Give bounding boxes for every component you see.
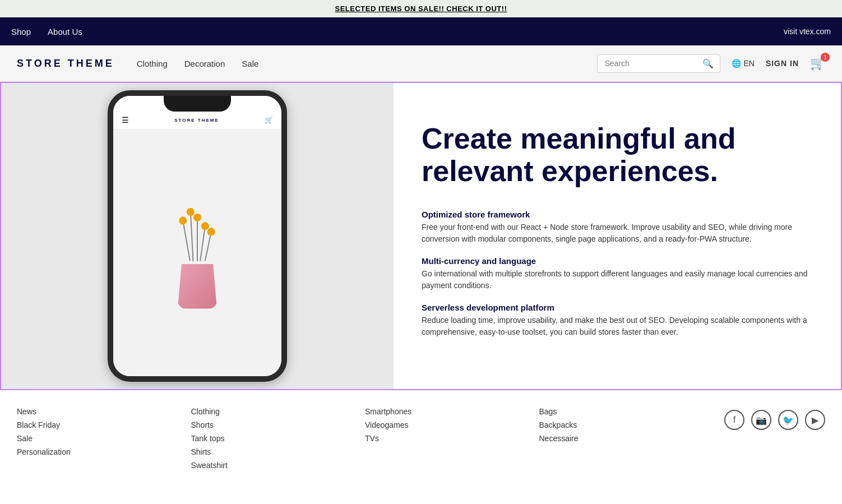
footer-shorts-link[interactable]: Shorts: [191, 420, 366, 429]
phone-content: [113, 129, 281, 376]
hero-feature-1-title: Optimized store framework: [422, 210, 813, 219]
ball-1: [178, 216, 187, 225]
store-logo: STORE THEME: [17, 58, 114, 70]
hero-title: Create meaningful and relevant experienc…: [422, 123, 813, 187]
phone-cart-icon: 🛒: [265, 116, 273, 124]
hero-feature-3-title: Serverless development platform: [422, 303, 813, 312]
youtube-icon[interactable]: ▶: [805, 410, 825, 430]
stem-5: [205, 228, 212, 261]
facebook-icon[interactable]: f: [724, 410, 744, 430]
hero-feature-2-title: Multi-currency and language: [422, 256, 813, 266]
footer-smartphones-link[interactable]: Smartphones: [365, 407, 539, 416]
decoration-nav-link[interactable]: Decoration: [184, 59, 225, 68]
footer-col-3: Smartphones Videogames TVs: [365, 407, 539, 470]
top-nav: Shop About Us visit vtex.com: [0, 17, 842, 45]
footer-videogames-link[interactable]: Videogames: [365, 420, 539, 429]
footer-sweatshirt-link[interactable]: Sweatshirt: [191, 461, 366, 470]
footer-news-link[interactable]: News: [17, 407, 191, 416]
hero-feature-3: Serverless development platform Reduce l…: [422, 303, 813, 338]
vase-stems: [186, 208, 209, 261]
footer-sale-link[interactable]: Sale: [17, 434, 191, 443]
footer-col-2: Clothing Shorts Tank tops Shirts Sweatsh…: [191, 407, 366, 470]
cart-badge: 1: [821, 53, 830, 62]
vase-body: [178, 264, 217, 309]
shop-link[interactable]: Shop: [11, 27, 31, 36]
twitter-icon[interactable]: 🐦: [778, 410, 798, 430]
main-nav-right: 🔍 🌐 EN SIGN IN 🛒 1: [597, 54, 825, 73]
sign-in-button[interactable]: SIGN IN: [766, 59, 799, 68]
footer-backpacks-link[interactable]: Backpacks: [539, 420, 714, 429]
announcement-link[interactable]: SELECTED ITEMS ON SALE!! CHECK IT OUT!!: [335, 4, 507, 13]
main-nav: STORE THEME Clothing Decoration Sale 🔍 🌐…: [0, 45, 842, 82]
about-us-link[interactable]: About Us: [48, 27, 82, 36]
footer-personalization-link[interactable]: Personalization: [17, 447, 191, 456]
visit-vtex-link[interactable]: visit vtex.com: [784, 27, 831, 36]
hero-feature-3-desc: Reduce loading time, improve usability, …: [422, 315, 813, 338]
phone-menu-icon: ☰: [122, 115, 129, 124]
top-nav-left: Shop About Us: [11, 27, 82, 36]
language-selector[interactable]: 🌐 EN: [732, 59, 754, 68]
footer-necessaire-link[interactable]: Necessaire: [539, 434, 714, 443]
footer: News Black Friday Sale Personalization C…: [0, 390, 842, 487]
phone-notch: [164, 96, 231, 112]
footer-social: f 📷 🐦 ▶: [713, 407, 825, 470]
globe-icon: 🌐: [732, 59, 741, 68]
stem-1: [182, 216, 191, 261]
footer-shirts-link[interactable]: Shirts: [191, 447, 366, 456]
main-nav-links: Clothing Decoration Sale: [137, 59, 598, 68]
hero-feature-2: Multi-currency and language Go internati…: [422, 256, 813, 292]
phone-logo: STORE THEME: [174, 118, 219, 123]
footer-black-friday-link[interactable]: Black Friday: [17, 420, 191, 429]
hero-right: Create meaningful and relevant experienc…: [394, 83, 841, 389]
hero-section: ☰ STORE THEME 🛒: [0, 82, 842, 390]
footer-bags-link[interactable]: Bags: [539, 407, 714, 416]
ball-3: [193, 214, 201, 221]
sale-nav-link[interactable]: Sale: [242, 59, 258, 68]
top-nav-right: visit vtex.com: [784, 26, 831, 36]
hero-feature-2-desc: Go international with multiple storefron…: [422, 268, 813, 292]
language-label: EN: [743, 59, 754, 68]
ball-2: [187, 207, 195, 216]
stem-3: [197, 214, 198, 261]
footer-clothing-link[interactable]: Clothing: [191, 407, 366, 416]
announcement-bar: SELECTED ITEMS ON SALE!! CHECK IT OUT!!: [0, 0, 842, 17]
footer-tank-tops-link[interactable]: Tank tops: [191, 434, 366, 443]
search-input[interactable]: [604, 59, 702, 68]
footer-tvs-link[interactable]: TVs: [365, 434, 539, 443]
hero-left: ☰ STORE THEME 🛒: [1, 83, 394, 389]
search-box[interactable]: 🔍: [597, 54, 720, 73]
hero-feature-1-desc: Free your front-end with our React + Nod…: [422, 221, 813, 245]
instagram-icon[interactable]: 📷: [751, 410, 771, 430]
clothing-nav-link[interactable]: Clothing: [137, 59, 168, 68]
vase-illustration: [178, 208, 217, 309]
footer-col-1: News Black Friday Sale Personalization: [17, 407, 191, 470]
footer-col-4: Bags Backpacks Necessaire: [539, 407, 714, 470]
hero-feature-1: Optimized store framework Free your fron…: [422, 210, 813, 245]
phone-screen: ☰ STORE THEME 🛒: [113, 96, 281, 376]
cart-button[interactable]: 🛒 1: [810, 56, 825, 71]
phone-mockup: ☰ STORE THEME 🛒: [108, 90, 287, 382]
search-icon: 🔍: [702, 58, 714, 69]
